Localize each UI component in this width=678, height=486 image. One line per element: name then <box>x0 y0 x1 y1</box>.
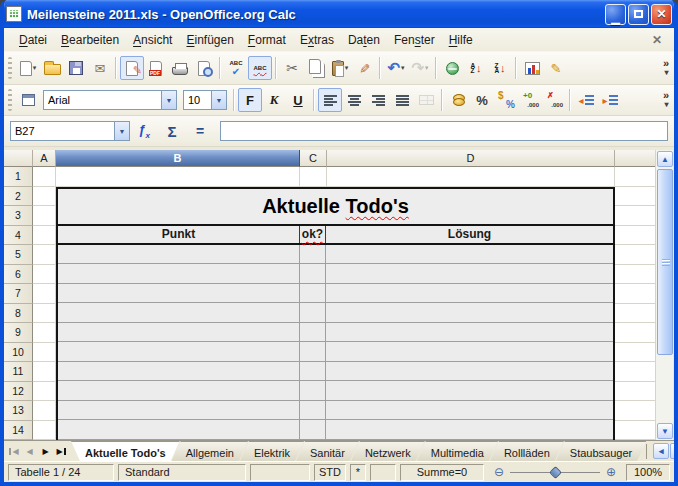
vertical-scrollbar[interactable]: ▲ ▼ <box>655 150 673 440</box>
first-sheet-button[interactable]: ◀ <box>6 444 21 459</box>
font-size-input[interactable] <box>183 90 211 110</box>
row-header[interactable]: 7 <box>4 284 33 304</box>
row-header[interactable]: 6 <box>4 265 33 285</box>
chevron-down-icon[interactable]: ▾ <box>345 64 349 72</box>
sort-ascending-button[interactable]: A Z↓ <box>464 56 488 80</box>
cell[interactable] <box>33 382 56 402</box>
table-title[interactable]: Aktuelle Todo's <box>58 189 613 226</box>
cell[interactable] <box>58 245 300 264</box>
cell[interactable] <box>326 303 613 322</box>
header-ok[interactable]: ok? <box>300 226 326 243</box>
sort-descending-button[interactable]: Z A↓ <box>488 56 512 80</box>
tab-staubsauger[interactable]: Staubsauger <box>556 441 646 461</box>
cell[interactable] <box>58 362 300 381</box>
cell[interactable] <box>326 362 613 381</box>
row-header[interactable]: 13 <box>4 401 33 421</box>
merge-cells-button[interactable] <box>414 88 438 112</box>
page-preview-button[interactable] <box>192 56 216 80</box>
cell[interactable] <box>615 343 655 363</box>
toolbar-overflow-button[interactable]: »▾ <box>663 59 672 77</box>
cell[interactable] <box>615 245 655 265</box>
cell[interactable] <box>300 420 326 439</box>
tab-multimedia[interactable]: Multimedia <box>417 441 498 461</box>
selection-mode-panel[interactable]: STD <box>314 464 346 481</box>
cell-reference-input[interactable] <box>10 121 114 141</box>
menu-fenster[interactable]: Fenster <box>387 30 442 50</box>
column-header-b[interactable]: B <box>56 150 300 167</box>
cell[interactable] <box>33 167 56 187</box>
close-document-icon[interactable]: ✕ <box>648 33 666 47</box>
maximize-button[interactable] <box>628 4 649 25</box>
menu-ansicht[interactable]: Ansicht <box>126 30 179 50</box>
function-button[interactable]: = <box>188 120 212 142</box>
scroll-down-icon[interactable]: ▼ <box>657 423 673 439</box>
cell[interactable] <box>300 342 326 361</box>
cell[interactable] <box>33 343 56 363</box>
cell[interactable] <box>33 187 56 207</box>
row-header[interactable]: 1 <box>4 167 33 187</box>
column-header-d[interactable]: D <box>327 150 615 167</box>
menu-bearbeiten[interactable]: Bearbeiten <box>54 30 126 50</box>
cell[interactable] <box>33 421 56 441</box>
sum-button[interactable]: Σ <box>160 120 184 142</box>
add-decimal-button[interactable]: +0.000 <box>518 88 542 112</box>
menu-hilfe[interactable]: Hilfe <box>442 30 480 50</box>
cell[interactable] <box>615 226 655 246</box>
toolbar-grip[interactable] <box>8 57 12 79</box>
print-button[interactable] <box>168 56 192 80</box>
cell[interactable] <box>326 401 613 420</box>
redo-button[interactable]: ↷▾ <box>408 56 432 80</box>
cell[interactable] <box>615 362 655 382</box>
toolbar-grip[interactable] <box>8 89 12 111</box>
cell[interactable] <box>33 265 56 285</box>
cell[interactable] <box>326 284 613 303</box>
toolbar-overflow-button[interactable]: »▾ <box>663 91 672 109</box>
cell[interactable] <box>33 245 56 265</box>
align-center-button[interactable] <box>342 88 366 112</box>
align-right-button[interactable] <box>366 88 390 112</box>
undo-button[interactable]: ↶▾ <box>384 56 408 80</box>
align-left-button[interactable] <box>318 88 342 112</box>
menu-extras[interactable]: Extras <box>293 30 341 50</box>
row-header[interactable]: 14 <box>4 421 33 441</box>
draw-functions-button[interactable]: ✎ <box>544 56 568 80</box>
cell[interactable] <box>615 323 655 343</box>
font-name-dropdown[interactable]: ▼ <box>161 90 177 110</box>
minimize-button[interactable]: ▁ <box>605 4 626 25</box>
new-document-button[interactable]: ▾ <box>16 56 40 80</box>
zoom-slider-thumb[interactable] <box>550 466 563 479</box>
cell[interactable] <box>58 284 300 303</box>
cell[interactable] <box>326 245 613 264</box>
cell[interactable] <box>58 342 300 361</box>
standard-format-button[interactable] <box>494 88 518 112</box>
column-header-c[interactable]: C <box>300 150 327 167</box>
cell[interactable] <box>33 401 56 421</box>
cell[interactable] <box>615 304 655 324</box>
tab-rolllaeden[interactable]: Rollläden <box>490 441 564 461</box>
cell[interactable] <box>615 265 655 285</box>
cell[interactable] <box>326 381 613 400</box>
row-header[interactable]: 4 <box>4 226 33 246</box>
menu-format[interactable]: Format <box>241 30 293 50</box>
cell[interactable] <box>33 304 56 324</box>
chevron-down-icon[interactable]: ▾ <box>401 64 405 72</box>
copy-button[interactable] <box>304 56 328 80</box>
scroll-right-icon[interactable]: ▸ <box>670 443 678 459</box>
spellcheck-button[interactable]: ABC✔ <box>224 56 248 80</box>
currency-format-button[interactable] <box>446 88 470 112</box>
format-paintbrush-button[interactable]: ✎ <box>352 56 376 80</box>
cell[interactable] <box>300 303 326 322</box>
zoom-out-icon[interactable]: ⊖ <box>494 466 504 478</box>
hyperlink-button[interactable] <box>440 56 464 80</box>
paste-button[interactable]: ▾ <box>328 56 352 80</box>
cell[interactable] <box>300 264 326 283</box>
tab-sanitaer[interactable]: Sanitär <box>296 441 359 461</box>
column-header-e[interactable] <box>615 150 655 167</box>
open-button[interactable] <box>40 56 64 80</box>
tab-elektrik[interactable]: Elektrik <box>240 441 304 461</box>
row-header[interactable]: 9 <box>4 323 33 343</box>
cell[interactable] <box>33 362 56 382</box>
menu-einfuegen[interactable]: Einfügen <box>179 30 240 50</box>
percent-format-button[interactable]: % <box>470 88 494 112</box>
next-sheet-button[interactable]: ▶ <box>38 444 53 459</box>
